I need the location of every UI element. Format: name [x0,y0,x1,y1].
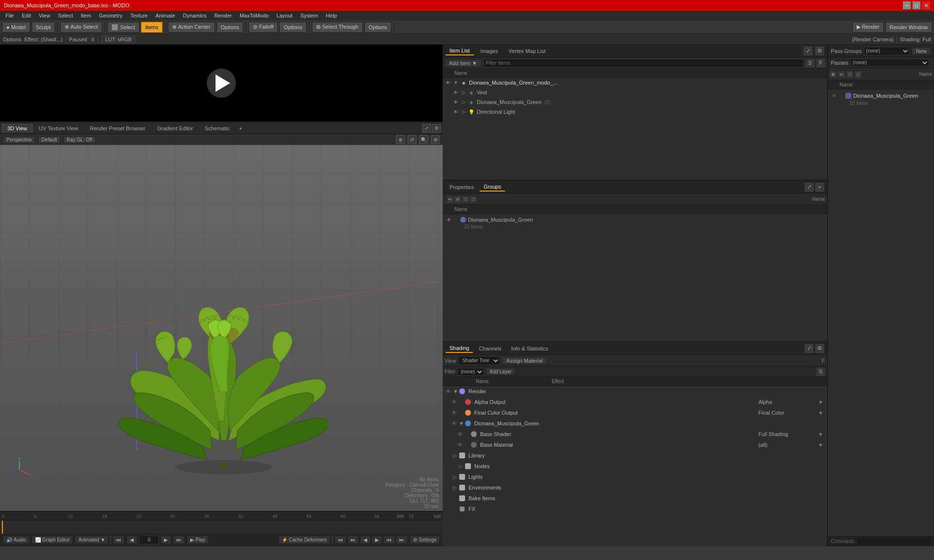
props-btn-4[interactable]: □ [470,196,477,203]
command-input[interactable] [857,538,931,545]
eye-icon[interactable] [445,506,451,512]
props-btn-2[interactable]: ↺ [454,196,461,203]
sh-row-library[interactable]: ▷ Library [443,450,827,461]
sh-row-alpha[interactable]: 👁 ▷ Alpha Output Alpha ▼ [443,397,827,407]
expand-icon[interactable]: ▼ [453,388,458,394]
tab-channels[interactable]: Channels [475,345,505,352]
pg-eye-icon[interactable]: 👁 [832,93,837,99]
sh-row-nodes[interactable]: ▷ Nodes [443,461,827,472]
add-item-btn[interactable]: Add Item ▼ [445,59,482,67]
passes-select[interactable]: (none) [850,59,929,67]
step-back-btn[interactable]: ◀ [126,536,137,544]
new-pass-group-btn[interactable]: New [912,47,931,55]
transport-5[interactable]: ⏮ [383,536,395,544]
options-label[interactable]: Options [3,36,21,42]
default-style-btn[interactable]: Default [38,136,60,143]
expand-icon[interactable]: ▼ [453,80,458,85]
menu-layout[interactable]: Layout [273,12,296,19]
action-center-btn[interactable]: ⊕ Action Center [168,22,215,33]
pg-icon-1[interactable]: ⊕ [830,71,837,78]
sh-row-base-material[interactable]: 👁 ▷ Base Material (all) ▼ [443,439,827,450]
tab-gradient-editor[interactable]: Gradient Editor [152,124,198,133]
tab-item-list[interactable]: Item List [446,47,474,55]
props-settings-btn[interactable]: + [815,183,824,192]
item-row[interactable]: 👁 ▷ ◈ Dionaea_Muscipula_Green (2) [443,97,827,107]
timeline-bar[interactable] [0,521,443,534]
eye-icon[interactable] [445,452,451,459]
expand-icon[interactable]: ▷ [453,485,458,491]
items-btn[interactable]: Items [141,22,163,33]
menu-maxtomodo[interactable]: MaxToModo [236,12,272,19]
sculpt-mode-btn[interactable]: Sculpt [32,22,55,33]
ray-gl-btn[interactable]: Ray GL: Off [63,136,96,143]
expand-icon[interactable]: ▷ [461,109,466,114]
expand-icon[interactable] [453,217,458,222]
options-2-btn[interactable]: Options [279,22,306,33]
pg-group-item[interactable]: 👁 Dionaea_Muscipula_Green [830,91,932,100]
sh-row-base-shader[interactable]: 👁 ▷ Base Shader Full Shading ▼ [443,429,827,439]
frame-input[interactable] [139,536,159,544]
props-btn-3[interactable]: □ [462,196,469,203]
expand-icon[interactable]: ▷ [459,399,464,405]
add-layer-btn[interactable]: Add Layer [486,368,515,375]
expand-icon[interactable]: ▷ [461,90,466,95]
add-viewport-tab[interactable]: + [236,124,245,132]
filter-items-input[interactable] [484,59,804,68]
cache-deformers-btn[interactable]: ⚡ Cache Deformers [278,536,330,544]
item-row[interactable]: 👁 ▷ 💡 Directional Light [443,107,827,117]
select-through-btn[interactable]: ⊞ Select Through [312,22,362,33]
tab-properties[interactable]: Properties [446,183,478,191]
select-btn[interactable]: Select [108,22,140,33]
eye-icon[interactable] [445,473,451,480]
viewport-settings-btn[interactable]: ⚙ [432,124,441,133]
filter-s-btn[interactable]: S [816,368,825,376]
next-frame-btn[interactable]: ⏭ [173,536,185,544]
tab-3d-view[interactable]: 3D View [2,124,33,133]
expand-icon[interactable]: ▷ [459,410,464,416]
transport-3[interactable]: ◀ [360,536,371,544]
pg-icon-2[interactable]: ↩ [838,71,845,78]
tab-images[interactable]: Images [477,47,502,55]
graph-editor-btn[interactable]: 📈 Graph Editor [32,536,73,544]
eye-icon[interactable]: 👁 [452,108,459,115]
expand-icon[interactable]: ▷ [461,100,466,105]
menu-help[interactable]: Help [323,12,341,19]
vp-ctrl-3[interactable]: 🔍 [419,135,428,144]
sh-row-material[interactable]: 👁 ▼ Dionaea_Muscipula_Green [443,418,827,429]
tab-info-statistics[interactable]: Info & Statistics [507,345,552,352]
sh-row-final[interactable]: 👁 ▷ Final Color Output Final Color ▼ [443,407,827,418]
eye-icon[interactable]: 👁 [456,431,463,438]
menu-edit[interactable]: Edit [18,12,35,19]
animated-btn[interactable]: Animated ▼ [75,536,108,544]
tab-uv-texture[interactable]: UV Texture View [34,124,84,133]
props-expand-btn[interactable]: ⤢ [805,183,813,192]
eye-icon[interactable]: 👁 [445,388,451,395]
sh-row-bake-items[interactable]: Bake Items [443,493,827,504]
render-btn[interactable]: ▶ Render [852,22,884,33]
falloff-btn[interactable]: ⊘ Falloff [249,22,278,33]
tab-render-preset[interactable]: Render Preset Browser [85,124,151,133]
eye-icon[interactable]: 👁 [452,89,459,96]
menu-view[interactable]: View [36,12,54,19]
expand-icon[interactable]: ▷ [459,463,464,470]
group-item[interactable]: 👁 Dionaea_Muscipula_Green [445,216,825,224]
vp-ctrl-4[interactable]: ⚙ [431,135,440,144]
render-window-btn[interactable]: Render Window [885,22,932,33]
play-fwd-btn[interactable]: ▶ Play [187,536,208,544]
tab-vertex-map-list[interactable]: Vertex Map List [505,47,550,55]
expand-icon[interactable]: ▼ [459,420,464,426]
close-btn[interactable]: ✕ [922,1,930,9]
eye-icon[interactable]: 👁 [450,409,457,416]
perspective-btn[interactable]: Perspective [3,136,35,143]
transport-4[interactable]: ▶ [372,536,382,544]
transport-1[interactable]: ⏮ [335,536,346,544]
expand-icon[interactable]: ▷ [465,442,469,448]
menu-geometry[interactable]: Geometry [95,12,126,19]
settings-btn[interactable]: ⚙ Settings [410,536,440,544]
expand-panel-btn[interactable]: ⤢ [804,47,812,55]
minimize-btn[interactable]: ─ [903,1,911,9]
menu-file[interactable]: File [2,12,18,19]
eye-icon[interactable]: 👁 [456,441,463,448]
eye-icon[interactable] [445,484,451,491]
tab-groups[interactable]: Groups [480,183,505,192]
